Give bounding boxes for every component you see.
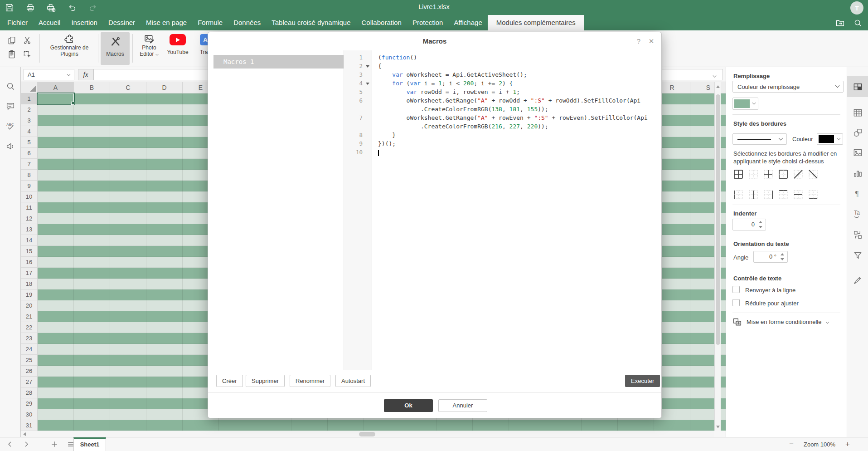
slicer-settings-tab[interactable]: [847, 245, 868, 266]
row-header-19[interactable]: 19: [21, 289, 38, 300]
shrink-to-fit-checkbox[interactable]: [732, 299, 740, 306]
row-header-20[interactable]: 20: [21, 300, 38, 311]
row-header-21[interactable]: 21: [21, 311, 38, 322]
border-inside-horizontal-button[interactable]: [793, 190, 803, 200]
code-editor[interactable]: 12345678910 (function(){ var oWorksheet …: [344, 50, 657, 370]
border-bottom-button[interactable]: [808, 190, 818, 200]
row-header-2[interactable]: 2: [21, 104, 38, 115]
stepper-up-icon[interactable]: [781, 253, 784, 255]
menu-tab-protection[interactable]: Protection: [407, 15, 449, 30]
row-header-10[interactable]: 10: [21, 191, 38, 202]
column-header-B[interactable]: B: [74, 82, 110, 93]
scroll-up-icon[interactable]: [716, 85, 720, 88]
row-header-9[interactable]: 9: [21, 181, 38, 191]
add-sheet-icon[interactable]: [51, 441, 58, 448]
cancel-button[interactable]: Annuler: [438, 399, 487, 412]
scroll-down-icon[interactable]: [716, 426, 720, 428]
indent-stepper[interactable]: 0: [732, 219, 766, 230]
prev-sheet-icon[interactable]: [6, 441, 14, 448]
menu-tab-collaboration[interactable]: Collaboration: [356, 15, 407, 30]
stepper-up-icon[interactable]: [759, 221, 762, 223]
border-top-button[interactable]: [778, 190, 788, 200]
row-header-1[interactable]: 1: [21, 93, 38, 104]
border-color-swatch[interactable]: [817, 133, 843, 145]
row-header-12[interactable]: 12: [21, 213, 38, 224]
spellcheck-icon[interactable]: ABC: [5, 121, 15, 131]
signature-settings-tab[interactable]: [847, 270, 868, 290]
select-all-corner[interactable]: [21, 82, 38, 93]
horizontal-scroll-thumb[interactable]: [359, 432, 375, 436]
menu-tab-mise-en-page[interactable]: Mise en page: [141, 15, 192, 30]
row-header-22[interactable]: 22: [21, 322, 38, 333]
sheet-row-31[interactable]: [38, 420, 726, 431]
shape-settings-tab[interactable]: [847, 122, 868, 143]
border-none-button[interactable]: [748, 169, 758, 179]
formula-bar-collapse-icon[interactable]: [713, 74, 717, 78]
horizontal-scrollbar[interactable]: [21, 431, 714, 437]
border-style-dropdown[interactable]: [732, 133, 787, 145]
open-file-location-icon[interactable]: [835, 18, 845, 28]
menu-tab-insertion[interactable]: Insertion: [66, 15, 103, 30]
comments-icon[interactable]: [5, 101, 15, 111]
row-header-3[interactable]: 3: [21, 115, 38, 126]
row-header-29[interactable]: 29: [21, 398, 38, 409]
row-header-11[interactable]: 11: [21, 202, 38, 213]
select-icon[interactable]: [23, 50, 32, 59]
row-header-6[interactable]: 6: [21, 148, 38, 159]
copy-icon[interactable]: [7, 36, 16, 45]
vertical-scroll-thumb[interactable]: [716, 94, 720, 345]
sheet-tab[interactable]: Sheet1: [73, 437, 106, 451]
find-icon[interactable]: [5, 81, 15, 91]
feedback-icon[interactable]: [5, 141, 15, 151]
row-header-7[interactable]: 7: [21, 159, 38, 170]
row-header-30[interactable]: 30: [21, 409, 38, 420]
border-diagonal-down-button[interactable]: [808, 169, 818, 179]
column-header-D[interactable]: D: [146, 82, 183, 93]
row-header-23[interactable]: 23: [21, 333, 38, 344]
row-header-14[interactable]: 14: [21, 235, 38, 246]
editor-code[interactable]: (function(){ var oWorksheet = Api.GetAct…: [373, 50, 657, 370]
row-header-15[interactable]: 15: [21, 246, 38, 257]
chart-settings-tab[interactable]: [847, 162, 868, 183]
insert-function-button[interactable]: fx: [78, 69, 93, 80]
row-header-28[interactable]: 28: [21, 387, 38, 398]
row-header-18[interactable]: 18: [21, 279, 38, 289]
menu-tab-donn-es[interactable]: Données: [228, 15, 266, 30]
border-outside-button[interactable]: [778, 169, 788, 179]
column-header-C[interactable]: C: [110, 82, 146, 93]
macro-list-item[interactable]: Macros 1: [213, 55, 344, 69]
zoom-out-button[interactable]: −: [789, 440, 794, 449]
row-header-8[interactable]: 8: [21, 170, 38, 181]
menu-tab-affichage[interactable]: Affichage: [448, 15, 487, 30]
row-header-24[interactable]: 24: [21, 344, 38, 355]
wrap-text-checkbox[interactable]: [732, 286, 740, 293]
fold-arrow-icon[interactable]: [366, 65, 369, 68]
border-inside-button[interactable]: [763, 169, 773, 179]
macro-list[interactable]: Macros 1: [213, 50, 344, 370]
border-all-button[interactable]: [733, 169, 743, 179]
paste-icon[interactable]: [7, 50, 16, 59]
table-settings-tab[interactable]: [847, 102, 868, 123]
fill-type-dropdown[interactable]: Couleur de remplissage: [732, 81, 844, 93]
vertical-scrollbar[interactable]: [714, 82, 721, 431]
name-box-chevron-icon[interactable]: [67, 73, 71, 76]
row-header-4[interactable]: 4: [21, 126, 38, 137]
autostart-button[interactable]: Autostart: [335, 375, 371, 387]
image-settings-tab[interactable]: [847, 142, 868, 163]
conditional-formatting-button[interactable]: Mise en forme conditionnelle: [732, 317, 829, 327]
stepper-down-icon[interactable]: [759, 226, 762, 228]
row-header-26[interactable]: 26: [21, 366, 38, 377]
row-header-16[interactable]: 16: [21, 257, 38, 268]
border-inside-vertical-button[interactable]: [748, 190, 758, 200]
border-left-button[interactable]: [733, 190, 743, 200]
delete-macro-button[interactable]: Supprimer: [246, 375, 285, 387]
row-header-31[interactable]: 31: [21, 420, 38, 431]
scroll-left-icon[interactable]: [23, 432, 26, 436]
plugin-manager-button[interactable]: Gestionnaire de Plugins: [42, 33, 97, 57]
search-icon[interactable]: [853, 18, 863, 28]
fold-arrow-icon[interactable]: [366, 83, 369, 85]
rename-macro-button[interactable]: Renommer: [290, 375, 330, 387]
run-macro-button[interactable]: Executer: [625, 375, 660, 387]
macros-button[interactable]: Macros: [101, 32, 130, 65]
row-header-17[interactable]: 17: [21, 268, 38, 279]
